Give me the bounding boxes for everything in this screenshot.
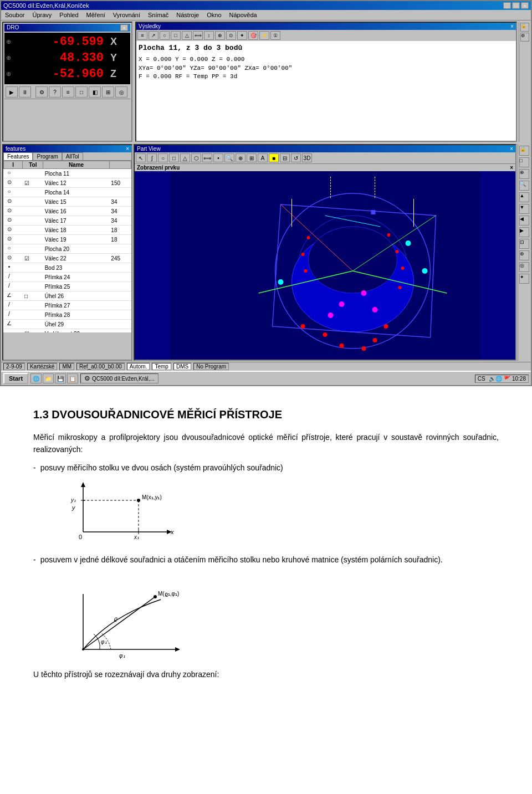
close-button[interactable]: × <box>521 2 529 9</box>
rs-pv-btn-8[interactable]: ▶ <box>519 227 529 237</box>
pause-button[interactable]: ⏸ <box>19 86 31 98</box>
taskbar-icon-2[interactable]: 📁 <box>43 373 54 383</box>
res-btn-13[interactable]: ① <box>270 31 280 40</box>
menu-snimac[interactable]: Snímač <box>146 11 170 19</box>
table-row[interactable]: ⊙ Válec 17 34 <box>4 216 131 226</box>
table-row[interactable]: / Přímka 25 <box>4 282 131 291</box>
table-row[interactable]: ⊙ Válec 16 34 <box>4 207 131 216</box>
rs-pv-btn-12[interactable]: ✦ <box>519 274 529 284</box>
rs-pv-btn-11[interactable]: ◎ <box>519 262 529 272</box>
menu-pohled[interactable]: Pohled <box>58 11 80 19</box>
res-btn-7[interactable]: ↕ <box>204 31 214 40</box>
dro-title-buttons[interactable]: × <box>120 24 128 31</box>
features-list-container[interactable]: I Tol Name ○ Plocha 11 ⊙ ☑ Válec 12 150 … <box>3 161 131 332</box>
table-row[interactable]: ○ Plocha 14 <box>4 188 131 197</box>
res-btn-11[interactable]: 🎯 <box>248 31 258 40</box>
rs-pv-btn-6[interactable]: ▼ <box>519 204 529 214</box>
res-btn-4[interactable]: □ <box>171 31 181 40</box>
rs-pv-btn-5[interactable]: ▲ <box>519 192 529 202</box>
tb-btn-4[interactable]: □ <box>75 86 88 98</box>
pv-btn-label[interactable]: A <box>258 153 268 162</box>
tab-features[interactable]: Features <box>3 152 33 160</box>
table-row[interactable]: ∠ □ Úhel 26 <box>4 291 131 301</box>
rs-pv-btn-9[interactable]: ⊡ <box>519 239 529 249</box>
menu-napoveda[interactable]: Nápověda <box>228 11 259 19</box>
rs-pv-btn-4[interactable]: 🔍 <box>519 181 529 191</box>
tb-btn-7[interactable]: ◎ <box>115 86 127 98</box>
table-row[interactable]: ○ Plocha 11 <box>4 169 131 178</box>
table-row[interactable]: • Bod 23 <box>4 263 131 273</box>
pv-btn-grid[interactable]: ⊟ <box>280 153 290 162</box>
minimize-button[interactable]: _ <box>503 2 511 9</box>
play-button[interactable]: ▶ <box>6 86 18 98</box>
res-btn-6[interactable]: ⟺ <box>193 31 203 40</box>
res-btn-5[interactable]: △ <box>182 31 192 40</box>
pv-btn-tri[interactable]: △ <box>180 153 190 162</box>
table-row[interactable]: ⊙ ☑ Válec 12 150 <box>4 178 131 188</box>
table-row[interactable]: ⊙ Válec 18 18 <box>4 226 131 235</box>
features-tabs[interactable]: Features Program AllTol <box>3 152 131 161</box>
rs-pv-btn-2[interactable]: □ <box>519 157 529 167</box>
zobrazeni-close[interactable]: × <box>510 165 513 171</box>
menu-mereni[interactable]: Měření <box>85 11 107 19</box>
maximize-button[interactable]: □ <box>512 2 520 9</box>
table-row[interactable]: / Přímka 24 <box>4 273 131 282</box>
pv-btn-circle[interactable]: ○ <box>158 153 168 162</box>
res-btn-12[interactable]: ⚡ <box>259 31 269 40</box>
pv-btn-color[interactable]: ■ <box>269 153 279 162</box>
pv-btn-3d[interactable]: 3D <box>302 153 312 162</box>
pv-btn-zoom[interactable]: ⊕ <box>236 153 245 162</box>
pv-btn-mag[interactable]: 🔍 <box>224 153 234 162</box>
pv-btn-diam[interactable]: ⬡ <box>191 153 201 162</box>
res-btn-3[interactable]: ○ <box>160 31 170 40</box>
rs-btn-2[interactable]: ⚙ <box>520 33 529 42</box>
tb-btn-5[interactable]: ◧ <box>89 86 101 98</box>
pv-btn-rot[interactable]: ↺ <box>291 153 301 162</box>
taskbar-icon-1[interactable]: 🌐 <box>30 373 42 383</box>
table-row[interactable]: / Přímka 28 <box>4 310 131 320</box>
menu-soubor[interactable]: Soubor <box>3 11 26 19</box>
table-row[interactable]: ⊙ Válec 15 34 <box>4 197 131 207</box>
pv-btn-arr[interactable]: ⟺ <box>202 153 212 162</box>
rs-btn-1[interactable]: 🔒 <box>520 23 529 32</box>
title-buttons[interactable]: _ □ × <box>503 2 529 9</box>
rs-pv-btn-7[interactable]: ◀ <box>519 216 529 226</box>
rs-pv-btn-3[interactable]: ⊕ <box>519 169 529 179</box>
menu-vyrovnani[interactable]: Vyrovnání <box>111 11 142 19</box>
pv-btn-fit[interactable]: ⊞ <box>247 153 257 162</box>
taskbar-app-item[interactable]: ⚙ QC5000 díl:Evžen,Král,... <box>80 373 158 383</box>
res-btn-10[interactable]: ✦ <box>237 31 247 40</box>
table-row[interactable]: ∠ Úhel 29 <box>4 320 131 329</box>
rs-pv-btn-1[interactable]: 🔒 <box>519 146 529 156</box>
tb-btn-3[interactable]: ≡ <box>62 86 74 98</box>
res-btn-2[interactable]: ↗ <box>149 31 158 40</box>
menu-upravy[interactable]: Úpravy <box>30 11 53 19</box>
table-row[interactable]: ○ Plocha 20 <box>4 244 131 254</box>
res-btn-9[interactable]: ⊙ <box>226 31 236 40</box>
pv-btn-pt[interactable]: • <box>213 153 223 162</box>
taskbar-icon-3[interactable]: 💾 <box>55 373 66 383</box>
table-row[interactable]: / Přímka 27 <box>4 301 131 310</box>
features-close[interactable]: × <box>126 146 129 152</box>
tb-btn-2[interactable]: ? <box>49 86 61 98</box>
start-button[interactable]: Start <box>3 373 28 384</box>
results-close[interactable]: × <box>510 23 514 29</box>
table-row[interactable]: ⊙ ☑ Válec 22 245 <box>4 254 131 263</box>
dro-close-button[interactable]: × <box>120 24 128 31</box>
partview-close[interactable]: × <box>510 146 513 152</box>
rs-pv-btn-10[interactable]: ⊛ <box>519 250 529 260</box>
tb-btn-6[interactable]: ⊞ <box>102 86 114 98</box>
tab-program[interactable]: Program <box>33 152 62 160</box>
partview-canvas[interactable] <box>135 171 515 360</box>
menu-okno[interactable]: Okno <box>205 11 223 19</box>
pv-btn-curve[interactable]: ∫ <box>147 153 157 162</box>
res-btn-1[interactable]: ≡ <box>137 31 147 40</box>
pv-btn-rect[interactable]: □ <box>169 153 179 162</box>
pv-btn-arrow[interactable]: ↖ <box>136 153 146 162</box>
tb-btn-1[interactable]: ⚙ <box>35 86 48 98</box>
table-row[interactable]: ⊙ Válec 19 18 <box>4 235 131 244</box>
tab-alltol[interactable]: AllTol <box>62 152 83 160</box>
menu-nastroje[interactable]: Nástroje <box>175 11 201 19</box>
res-btn-8[interactable]: ⊕ <box>215 31 225 40</box>
table-row[interactable]: ↔ ☑ Vzdálenost 30 <box>4 329 131 333</box>
